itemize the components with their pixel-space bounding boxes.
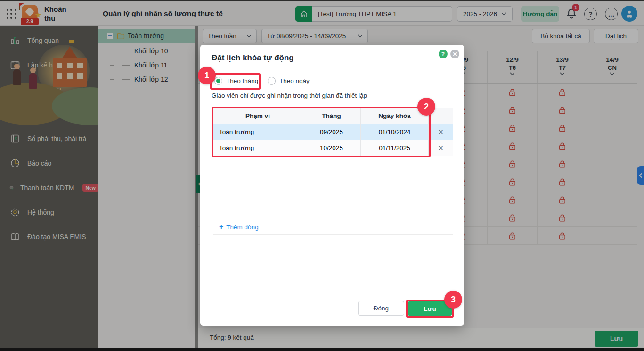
plus-icon: + bbox=[219, 223, 223, 231]
add-row-button[interactable]: + Thêm dòng bbox=[219, 223, 259, 231]
column-header-pham-vi: Phạm vi bbox=[213, 108, 302, 124]
scope-cell[interactable]: Toàn trường bbox=[213, 124, 302, 140]
column-header-ngay-khoa: Ngày khóa bbox=[361, 108, 429, 124]
radio-theo-thang[interactable]: Theo tháng bbox=[214, 77, 258, 85]
modal-title: Đặt lịch khóa tự động bbox=[212, 53, 294, 63]
close-button[interactable]: Đóng bbox=[358, 301, 404, 316]
column-header-thang: Tháng bbox=[302, 108, 361, 124]
schedule-lock-modal: Đặt lịch khóa tự động ? ✕ Theo tháng The… bbox=[200, 45, 464, 326]
schedule-table-header: Phạm vi Tháng Ngày khóa bbox=[213, 108, 453, 124]
month-cell[interactable]: 09/2025 bbox=[302, 124, 361, 140]
radio-selected-icon bbox=[214, 77, 222, 85]
month-cell[interactable]: 10/2025 bbox=[302, 140, 361, 156]
remove-row-button[interactable]: ✕ bbox=[438, 144, 444, 152]
lock-date-cell[interactable]: 01/11/2025 bbox=[361, 140, 429, 156]
table-row: Toàn trường 09/2025 01/10/2024 ✕ bbox=[213, 124, 453, 140]
modal-save-button[interactable]: Lưu bbox=[408, 301, 452, 316]
modal-close-icon[interactable]: ✕ bbox=[450, 50, 459, 58]
divider bbox=[213, 234, 453, 235]
column-header-actions bbox=[429, 108, 453, 124]
lock-date-cell[interactable]: 01/10/2024 bbox=[361, 124, 429, 140]
window-bottom-edge bbox=[0, 348, 644, 351]
schedule-table: Phạm vi Tháng Ngày khóa Toàn trường 09/2… bbox=[213, 108, 453, 285]
table-row: Toàn trường 10/2025 01/11/2025 ✕ bbox=[213, 140, 453, 156]
radio-unselected-icon bbox=[268, 77, 276, 85]
modal-help-icon[interactable]: ? bbox=[439, 50, 448, 58]
scope-cell[interactable]: Toàn trường bbox=[213, 140, 302, 156]
remove-row-button[interactable]: ✕ bbox=[438, 128, 444, 136]
radio-theo-ngay[interactable]: Theo ngày bbox=[268, 77, 310, 85]
annotation-badge-1: 1 bbox=[198, 67, 216, 84]
modal-note: Giáo viên chỉ được ghi nhận trong thời g… bbox=[212, 92, 367, 99]
